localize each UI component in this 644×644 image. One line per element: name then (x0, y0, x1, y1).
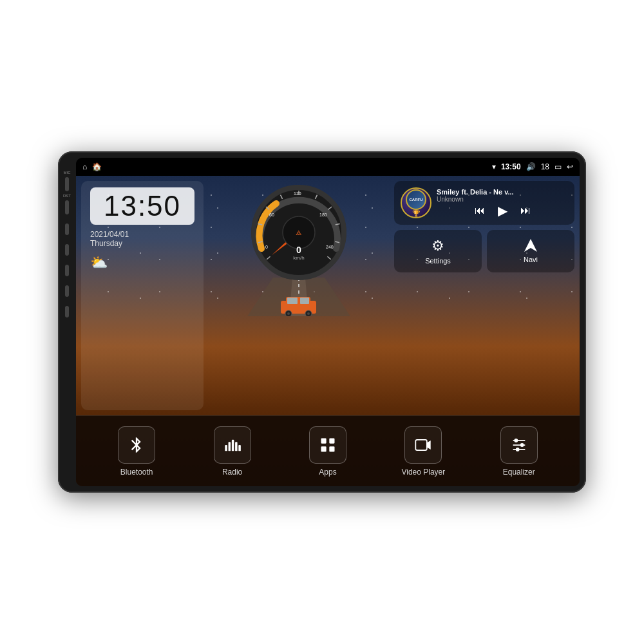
music-info: Smiley ft. Delia - Ne v... Unknown ⏮ ▶ ⏭ (437, 188, 568, 218)
apps-app-item[interactable]: Apps (292, 426, 363, 477)
equalizer-app-item[interactable]: Equalizer (484, 426, 554, 477)
music-controls: ⏮ ▶ ⏭ (437, 203, 568, 218)
svg-rect-38 (231, 439, 234, 451)
weather-widget: ⛅ (90, 254, 108, 271)
svg-rect-29 (287, 298, 298, 304)
clock-widget: 13:50 2021/04/01 Thursday ⛅ (81, 181, 204, 410)
side-btn-home[interactable] (65, 244, 69, 256)
bluetooth-icon (128, 436, 146, 454)
music-widget: CARFU 🏆 Smiley ft. Delia - Ne v... Unkno… (394, 181, 574, 225)
clock-date: 2021/04/01 (90, 230, 129, 239)
volume-level: 18 (541, 162, 549, 171)
svg-text:km/h: km/h (293, 255, 304, 261)
settings-button[interactable]: ⚙ Settings (394, 230, 482, 272)
screen: ⌂ 🏠 ▾ 13:50 🔊 18 ▭ ↩ 13:50 2021/04/01 (76, 158, 580, 486)
main-content: 13:50 2021/04/01 Thursday ⛅ (76, 176, 580, 486)
equalizer-label: Equalizer (503, 468, 535, 477)
svg-point-50 (520, 443, 524, 447)
speedometer-svg: 0 60 120 180 240 (247, 181, 350, 284)
back-button[interactable]: ↩ (567, 162, 573, 171)
svg-rect-43 (321, 446, 326, 451)
speedometer-widget: 0 60 120 180 240 (209, 181, 389, 410)
svg-text:180: 180 (319, 213, 327, 217)
video-app-item[interactable]: Video Player (388, 426, 459, 477)
apps-label: Apps (319, 468, 336, 477)
navi-icon (523, 238, 538, 253)
svg-text:240: 240 (326, 245, 334, 249)
apps-icon (319, 436, 337, 454)
navi-label: Navi (524, 256, 538, 263)
svg-text:60: 60 (269, 213, 274, 217)
svg-rect-45 (416, 439, 428, 450)
car-head-unit: MIC RST ⌂ 🏠 ▾ 13:50 🔊 18 ▭ ↩ (58, 151, 586, 493)
right-panel: CARFU 🏆 Smiley ft. Delia - Ne v... Unkno… (394, 181, 574, 410)
equalizer-icon (510, 436, 528, 454)
side-btn-mic[interactable] (65, 177, 69, 191)
svg-rect-37 (228, 442, 231, 451)
home2-icon[interactable]: 🏠 (92, 162, 102, 171)
volume-icon: 🔊 (526, 162, 536, 171)
navi-button[interactable]: Navi (487, 230, 574, 272)
svg-text:0: 0 (265, 245, 268, 249)
svg-marker-35 (524, 239, 537, 252)
svg-rect-40 (238, 445, 241, 451)
svg-point-33 (287, 312, 290, 315)
side-btn-back[interactable] (65, 265, 69, 276)
battery-icon: ▭ (554, 162, 562, 171)
svg-text:0: 0 (296, 245, 301, 255)
status-bar: ⌂ 🏠 ▾ 13:50 🔊 18 ▭ ↩ (76, 158, 580, 176)
radio-label: Radio (222, 468, 242, 477)
svg-rect-44 (329, 446, 334, 451)
settings-icon: ⚙ (431, 238, 444, 254)
svg-rect-30 (300, 298, 309, 304)
music-artist: Unknown (437, 196, 568, 203)
clock-display: 13:50 (90, 187, 194, 225)
side-btn-rst[interactable] (65, 200, 69, 214)
radio-icon-box (214, 426, 251, 464)
music-title: Smiley ft. Delia - Ne v... (437, 188, 568, 196)
side-btn-vol-up[interactable] (65, 285, 69, 297)
music-album-art: CARFU 🏆 (401, 187, 431, 218)
svg-rect-36 (225, 445, 227, 451)
svg-rect-42 (329, 438, 334, 443)
svg-point-52 (516, 448, 520, 451)
quick-action-buttons: ⚙ Settings Navi (394, 230, 574, 272)
music-play-button[interactable]: ▶ (498, 203, 507, 218)
music-prev-button[interactable]: ⏮ (475, 205, 485, 216)
side-btn-power[interactable] (65, 223, 69, 235)
side-buttons-panel: MIC RST (58, 158, 76, 486)
speedometer: 0 60 120 180 240 (247, 181, 350, 284)
carfu-logo: CARFU (406, 189, 426, 210)
bluetooth-label: Bluetooth (120, 468, 153, 477)
svg-text:⟁: ⟁ (296, 226, 302, 237)
mic-label: MIC (64, 171, 71, 175)
settings-label: Settings (425, 257, 451, 265)
home-icon[interactable]: ⌂ (82, 162, 87, 171)
radio-app-item[interactable]: Radio (197, 426, 268, 477)
trophy-icon: 🏆 (412, 210, 420, 217)
svg-rect-39 (235, 442, 238, 451)
music-next-button[interactable]: ⏭ (520, 205, 531, 216)
bottom-app-bar: Bluetooth Radio (76, 415, 580, 486)
side-btn-vol-down[interactable] (65, 306, 69, 317)
radio-icon (223, 436, 242, 454)
rst-label: RST (63, 194, 71, 198)
video-icon-box (404, 426, 442, 464)
bluetooth-app-item[interactable]: Bluetooth (101, 426, 172, 477)
bluetooth-icon-box (118, 426, 155, 464)
video-label: Video Player (401, 468, 445, 477)
apps-icon-box (309, 426, 346, 464)
weather-icon: ⛅ (90, 254, 108, 271)
svg-text:120: 120 (294, 191, 301, 196)
status-time: 13:50 (501, 162, 521, 171)
svg-point-48 (514, 439, 518, 442)
wifi-icon: ▾ (492, 162, 496, 171)
svg-point-34 (307, 312, 310, 315)
svg-rect-41 (321, 438, 326, 443)
clock-day: Thursday (90, 239, 122, 248)
video-icon (414, 436, 432, 454)
equalizer-icon-box (500, 426, 538, 464)
